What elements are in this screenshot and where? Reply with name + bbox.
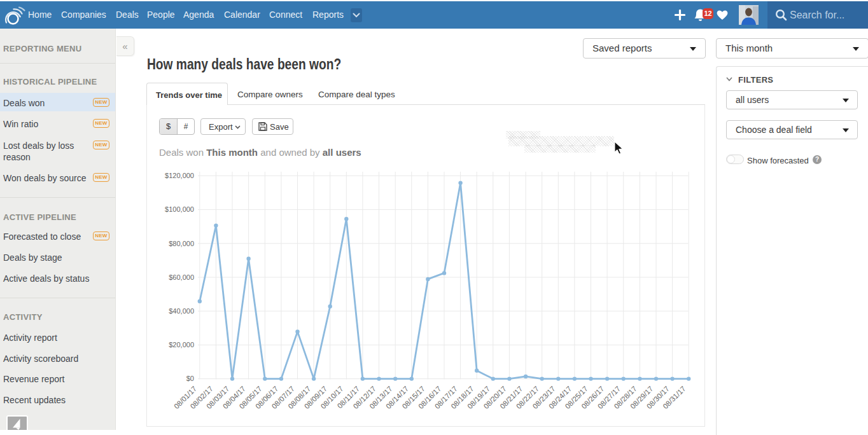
svg-text:$120,000: $120,000: [165, 172, 194, 179]
svg-text:$80,000: $80,000: [169, 240, 194, 247]
svg-text:$0: $0: [186, 375, 194, 382]
svg-text:$60,000: $60,000: [169, 273, 194, 281]
svg-text:$40,000: $40,000: [169, 307, 194, 315]
svg-text:$20,000: $20,000: [169, 341, 194, 349]
svg-text:$100,000: $100,000: [165, 205, 194, 213]
